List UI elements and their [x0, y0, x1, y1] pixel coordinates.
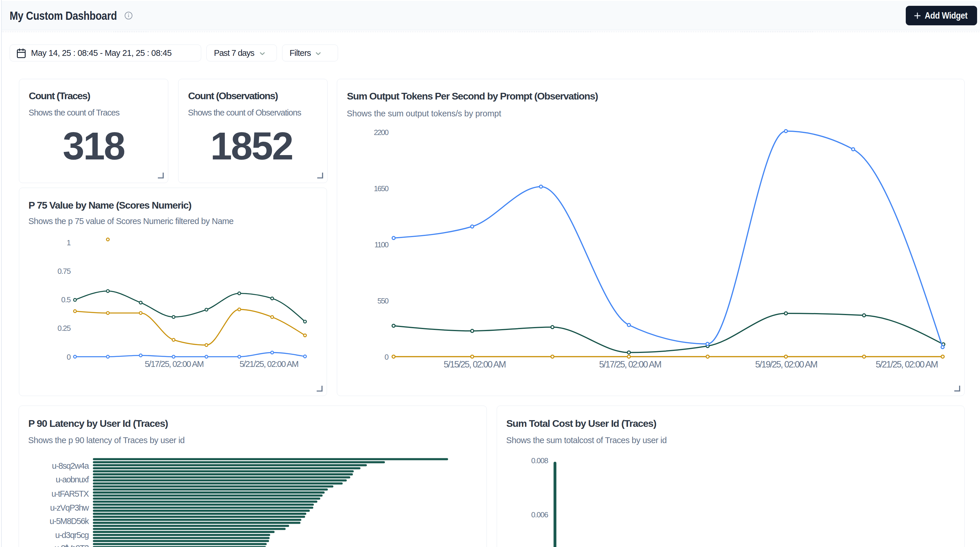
svg-text:5/19/25, 02:00 AM: 5/19/25, 02:00 AM — [755, 359, 817, 369]
svg-text:0: 0 — [67, 353, 71, 361]
svg-text:0.75: 0.75 — [57, 267, 71, 276]
svg-text:0.006: 0.006 — [531, 511, 548, 519]
svg-text:550: 550 — [377, 296, 389, 305]
svg-text:1650: 1650 — [374, 184, 389, 193]
svg-text:5/17/25, 02:00 AM: 5/17/25, 02:00 AM — [145, 359, 203, 369]
svg-text:u-d3qr5cg: u-d3qr5cg — [55, 530, 89, 540]
svg-text:u-8fVa9T3: u-8fVa9T3 — [54, 544, 89, 547]
svg-text:1100: 1100 — [374, 240, 389, 249]
svg-text:2200: 2200 — [374, 128, 389, 137]
svg-text:1: 1 — [67, 238, 71, 247]
svg-text:u-8sq2w4a: u-8sq2w4a — [52, 461, 89, 471]
svg-text:0.008: 0.008 — [531, 456, 548, 465]
svg-text:u-5M8D56k: u-5M8D56k — [49, 517, 89, 526]
svg-text:0: 0 — [385, 353, 389, 361]
svg-text:u-zVqP3hw: u-zVqP3hw — [50, 503, 89, 512]
svg-text:u-aobnuxf: u-aobnuxf — [56, 475, 89, 484]
svg-text:5/21/25, 02:00 AM: 5/21/25, 02:00 AM — [876, 359, 938, 369]
svg-text:u-tFAR5TX: u-tFAR5TX — [51, 489, 89, 498]
svg-text:5/17/25, 02:00 AM: 5/17/25, 02:00 AM — [599, 359, 661, 369]
svg-text:0.25: 0.25 — [57, 324, 71, 333]
svg-text:5/15/25, 02:00 AM: 5/15/25, 02:00 AM — [444, 359, 506, 369]
svg-text:0.5: 0.5 — [61, 295, 71, 304]
svg-text:5/21/25, 02:00 AM: 5/21/25, 02:00 AM — [240, 359, 298, 369]
